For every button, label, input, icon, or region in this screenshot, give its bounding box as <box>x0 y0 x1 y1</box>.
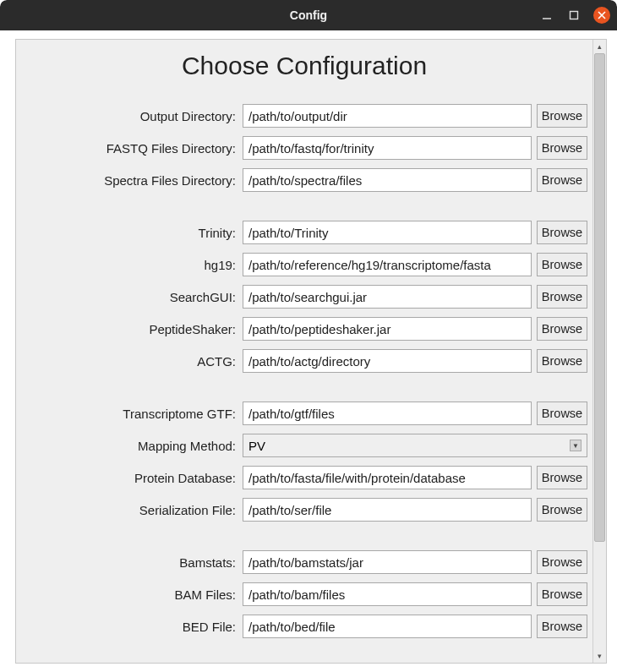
select-value: PV <box>248 439 265 453</box>
browse-button[interactable]: Browse <box>537 550 587 574</box>
scroll-thumb[interactable] <box>594 53 605 542</box>
path-input[interactable] <box>243 221 532 244</box>
browse-button[interactable]: Browse <box>537 168 587 192</box>
field-label: Protein Database: <box>21 471 238 485</box>
mapping-method-select[interactable]: PV▼ <box>243 434 587 457</box>
browse-button[interactable]: Browse <box>537 498 587 522</box>
form-row: Trinity:Browse <box>21 221 587 244</box>
form-row: Spectra Files Directory:Browse <box>21 168 587 192</box>
path-input[interactable] <box>243 550 532 574</box>
browse-button[interactable]: Browse <box>537 402 587 425</box>
form-row: Output Directory:Browse <box>21 104 587 128</box>
browse-button[interactable]: Browse <box>537 317 587 341</box>
scroll-pane: Choose Configuration Output Directory:Br… <box>15 39 607 664</box>
client-area: Choose Configuration Output Directory:Br… <box>0 30 617 672</box>
field-label: PeptideShaker: <box>21 322 238 336</box>
field-label: BED File: <box>21 620 238 634</box>
field-label: Trinity: <box>21 226 238 240</box>
scroll-up-arrow-icon[interactable]: ▴ <box>593 40 607 53</box>
vertical-scrollbar[interactable]: ▴ ▾ <box>592 40 606 663</box>
maximize-button[interactable] <box>566 8 582 23</box>
chevron-down-icon: ▼ <box>570 440 582 451</box>
form-row: BAM Files:Browse <box>21 582 587 606</box>
field-label: Bamstats: <box>21 555 238 570</box>
scroll-track[interactable] <box>593 53 606 649</box>
browse-button[interactable]: Browse <box>537 104 587 128</box>
form-row: hg19:Browse <box>21 253 587 276</box>
field-label: BAM Files: <box>21 587 238 602</box>
form-row: Protein Database:Browse <box>21 466 587 489</box>
field-label: Spectra Files Directory: <box>21 173 238 188</box>
form-row: Transcriptome GTF:Browse <box>21 402 587 425</box>
form-row: ACTG:Browse <box>21 349 587 373</box>
form-row: SearchGUI:Browse <box>21 285 587 309</box>
browse-button[interactable]: Browse <box>537 136 587 160</box>
field-label: Serialization File: <box>21 503 238 517</box>
field-label: ACTG: <box>21 354 238 369</box>
form-row: PeptideShaker:Browse <box>21 317 587 341</box>
field-label: Transcriptome GTF: <box>21 407 238 421</box>
page-heading: Choose Configuration <box>21 52 587 80</box>
browse-button[interactable]: Browse <box>537 253 587 276</box>
path-input[interactable] <box>243 582 532 606</box>
browse-button[interactable]: Browse <box>537 221 587 244</box>
close-button[interactable] <box>593 7 610 24</box>
field-label: FASTQ Files Directory: <box>21 141 238 156</box>
scroll-down-arrow-icon[interactable]: ▾ <box>593 649 607 663</box>
field-label: SearchGUI: <box>21 290 238 304</box>
form-row: BED File:Browse <box>21 615 587 638</box>
field-label: Output Directory: <box>21 109 238 123</box>
path-input[interactable] <box>243 104 532 128</box>
form-row: FASTQ Files Directory:Browse <box>21 136 587 160</box>
titlebar: Config <box>0 0 617 30</box>
window-controls <box>539 7 610 24</box>
scroll-content: Choose Configuration Output Directory:Br… <box>16 40 592 663</box>
path-input[interactable] <box>243 349 532 373</box>
field-group: Trinity:Browsehg19:BrowseSearchGUI:Brows… <box>21 221 587 381</box>
browse-button[interactable]: Browse <box>537 615 587 638</box>
path-input[interactable] <box>243 498 532 522</box>
path-input[interactable] <box>243 285 532 309</box>
window-title: Config <box>290 8 327 22</box>
browse-button[interactable]: Browse <box>537 349 587 373</box>
browse-button[interactable]: Browse <box>537 285 587 309</box>
path-input[interactable] <box>243 168 532 192</box>
form-row: Mapping Method:PV▼ <box>21 434 587 457</box>
path-input[interactable] <box>243 253 532 276</box>
config-form: Output Directory:BrowseFASTQ Files Direc… <box>21 104 587 663</box>
svg-rect-1 <box>571 12 578 19</box>
field-group: Bamstats:BrowseBAM Files:BrowseBED File:… <box>21 550 587 647</box>
path-input[interactable] <box>243 317 532 341</box>
form-row: Serialization File:Browse <box>21 498 587 522</box>
field-group: Transcriptome GTF:BrowseMapping Method:P… <box>21 402 587 530</box>
field-label: Mapping Method: <box>21 439 238 453</box>
path-input[interactable] <box>243 402 532 425</box>
field-label: hg19: <box>21 258 238 272</box>
path-input[interactable] <box>243 136 532 160</box>
browse-button[interactable]: Browse <box>537 582 587 606</box>
minimize-button[interactable] <box>539 8 554 23</box>
field-group: Output Directory:BrowseFASTQ Files Direc… <box>21 104 587 200</box>
path-input[interactable] <box>243 615 532 638</box>
form-row: Bamstats:Browse <box>21 550 587 574</box>
config-window: Config Choose Configuration Output Direc… <box>0 0 617 672</box>
path-input[interactable] <box>243 466 532 489</box>
browse-button[interactable]: Browse <box>537 466 587 489</box>
